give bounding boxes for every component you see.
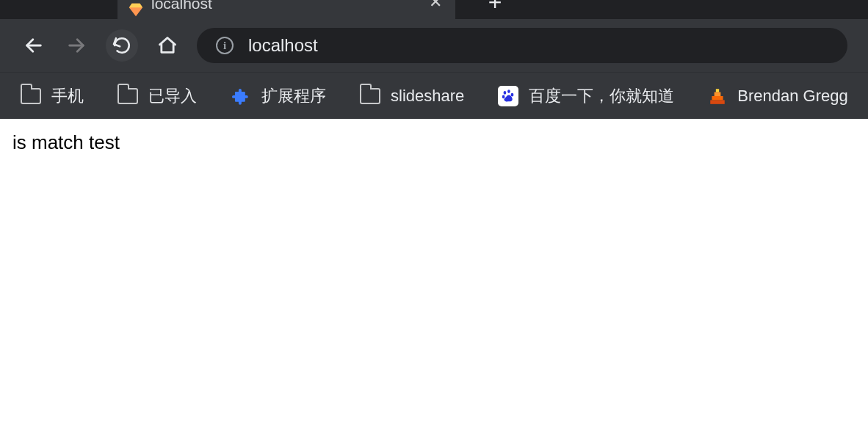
bookmark-label: 已导入 xyxy=(148,85,197,107)
bookmark-brendan-gregg[interactable]: Brendan Gregg xyxy=(708,87,847,106)
plus-icon: + xyxy=(488,0,502,16)
svg-rect-9 xyxy=(712,96,723,100)
body-text: is match test xyxy=(12,131,856,154)
folder-icon xyxy=(117,88,138,104)
site-info-icon[interactable] xyxy=(216,37,234,54)
close-tab-icon[interactable]: ✕ xyxy=(429,0,442,12)
back-button[interactable] xyxy=(21,32,47,59)
bookmark-folder-slideshare[interactable]: slideshare xyxy=(360,87,464,106)
bookmark-folder-phone[interactable]: 手机 xyxy=(21,85,84,107)
svg-rect-8 xyxy=(711,100,726,103)
home-button[interactable] xyxy=(154,32,181,59)
svg-rect-10 xyxy=(715,92,721,95)
svg-point-6 xyxy=(511,92,514,96)
flame-icon xyxy=(708,87,727,106)
new-tab-button[interactable]: + xyxy=(473,0,517,19)
browser-tab[interactable]: localhost ✕ xyxy=(117,0,455,19)
toolbar: localhost xyxy=(0,19,868,72)
bookmark-baidu[interactable]: 百度一下，你就知道 xyxy=(498,85,674,107)
forward-button[interactable] xyxy=(63,32,90,59)
bookmark-label: 手机 xyxy=(51,85,84,107)
diamond-icon xyxy=(128,1,144,18)
bookmark-label: 扩展程序 xyxy=(261,85,326,107)
svg-marker-1 xyxy=(129,4,142,8)
bookmarks-bar: 手机 已导入 扩展程序 slideshare 百度一下，你就知道 Bren xyxy=(0,72,868,119)
url-text: localhost xyxy=(248,35,318,56)
bookmark-folder-imported[interactable]: 已导入 xyxy=(117,85,197,107)
folder-icon xyxy=(360,88,380,104)
baidu-icon xyxy=(498,86,518,106)
svg-rect-11 xyxy=(716,89,719,92)
reload-button[interactable] xyxy=(106,29,138,62)
bookmark-label: slideshare xyxy=(391,87,464,106)
bookmark-label: Brendan Gregg xyxy=(737,87,847,106)
tab-strip: localhost ✕ + xyxy=(0,0,868,19)
page-content: is match test xyxy=(0,119,868,167)
svg-point-4 xyxy=(504,91,507,95)
folder-icon xyxy=(21,88,41,104)
tab-title: localhost xyxy=(151,0,212,11)
puzzle-icon xyxy=(231,86,251,106)
svg-point-7 xyxy=(502,95,505,98)
bookmark-extensions[interactable]: 扩展程序 xyxy=(231,85,326,107)
bookmark-label: 百度一下，你就知道 xyxy=(529,85,674,107)
svg-point-5 xyxy=(507,90,510,93)
address-bar[interactable]: localhost xyxy=(197,28,847,63)
